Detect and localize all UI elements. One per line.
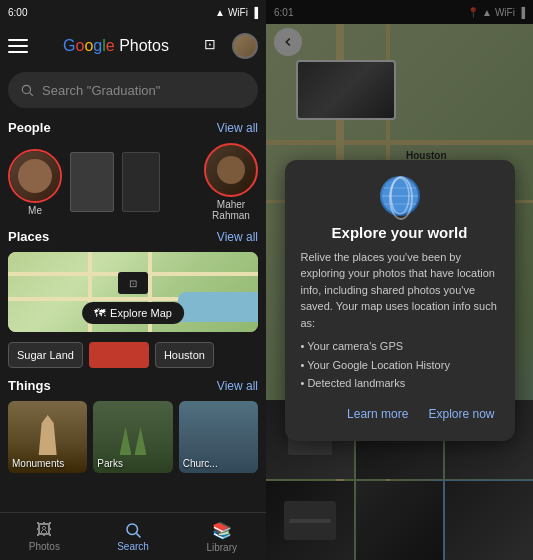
thing-parks[interactable]: Parks — [93, 401, 172, 473]
person-maher-avatar — [204, 143, 258, 197]
nav-library[interactable]: 📚 Library — [177, 513, 266, 560]
cast-icon[interactable]: ⊡ — [204, 36, 224, 56]
modal-title: Explore your world — [301, 224, 499, 241]
learn-more-button[interactable]: Learn more — [343, 403, 412, 425]
modal-list-item-2: • Your Google Location History — [301, 356, 499, 375]
chip-sugar-land[interactable]: Sugar Land — [8, 342, 83, 368]
chip-red[interactable] — [89, 342, 149, 368]
search-placeholder: Search "Graduation" — [42, 83, 160, 98]
svg-line-1 — [30, 93, 33, 96]
search-bar[interactable]: Search "Graduation" — [8, 72, 258, 108]
person-me[interactable]: Me — [8, 149, 62, 216]
people-row: Me Maher Rahman — [0, 139, 266, 225]
app-title: Google Photos — [28, 37, 204, 55]
svg-point-0 — [22, 85, 30, 93]
nav-search-label: Search — [117, 541, 149, 552]
explore-map-button[interactable]: 🗺 Explore Map — [82, 302, 184, 324]
search-icon — [20, 83, 34, 97]
map-button-icon: 🗺 — [94, 307, 105, 319]
bottom-nav: 🖼 Photos Search 📚 Library — [0, 512, 266, 560]
chip-houston[interactable]: Houston — [155, 342, 214, 368]
top-bar-icons: ⊡ — [204, 33, 258, 59]
globe-icon — [380, 176, 420, 216]
person-me-avatar — [8, 149, 62, 203]
people-title: People — [8, 120, 51, 135]
modal-body: Relive the places you've been by explori… — [301, 249, 499, 393]
location-chips: Sugar Land Houston — [0, 336, 266, 374]
svg-line-3 — [136, 533, 140, 537]
svg-point-2 — [127, 524, 138, 535]
map-water — [178, 292, 258, 322]
modal-list-item-3: • Detected landmarks — [301, 374, 499, 393]
nav-photos-label: Photos — [29, 541, 60, 552]
places-title: Places — [8, 229, 49, 244]
things-section-header: Things View all — [0, 374, 266, 397]
modal-overlay: Explore your world Relive the places you… — [266, 0, 533, 560]
map-pin: ⊡ — [118, 272, 148, 294]
person-maher[interactable]: Maher Rahman — [204, 143, 258, 221]
left-status-bar: 6:00 ▲ WiFi ▐ — [0, 0, 266, 24]
explore-world-modal: Explore your world Relive the places you… — [285, 160, 515, 441]
modal-list-item-1: • Your camera's GPS — [301, 337, 499, 356]
thing-churches[interactable]: Churc... — [179, 401, 258, 473]
thing-churches-label: Churc... — [183, 458, 218, 469]
monument-shape — [33, 415, 63, 455]
person-maher-name: Maher Rahman — [212, 199, 250, 221]
thing-monuments[interactable]: Monuments — [8, 401, 87, 473]
things-title: Things — [8, 378, 51, 393]
things-row: Monuments Parks Churc... — [0, 397, 266, 477]
modal-actions: Learn more Explore now — [301, 403, 499, 425]
left-panel: 6:00 ▲ WiFi ▐ Google Photos ⊡ Search "Gr… — [0, 0, 266, 560]
photo-placeholder-2 — [122, 152, 160, 212]
people-section-header: People View all — [0, 116, 266, 139]
signal-icon: ▲ — [215, 7, 225, 18]
thing-monuments-label: Monuments — [12, 458, 64, 469]
left-time: 6:00 — [8, 7, 27, 18]
top-bar: Google Photos ⊡ — [0, 24, 266, 68]
modal-globe-icon — [301, 176, 499, 216]
places-map[interactable]: ⊡ 🗺 Explore Map — [8, 252, 258, 332]
thing-parks-label: Parks — [97, 458, 123, 469]
wifi-icon: WiFi — [228, 7, 248, 18]
search-nav-icon — [124, 521, 142, 539]
nav-search[interactable]: Search — [89, 513, 178, 560]
park-trees — [119, 427, 146, 455]
left-status-icons: ▲ WiFi ▐ — [215, 7, 258, 18]
photo-placeholder-1 — [70, 152, 114, 212]
people-view-all[interactable]: View all — [217, 121, 258, 135]
explore-map-label: Explore Map — [110, 307, 172, 319]
modal-list: • Your camera's GPS • Your Google Locati… — [301, 337, 499, 393]
avatar[interactable] — [232, 33, 258, 59]
right-panel: 6:01 📍 ▲ WiFi ▐ Houston — [266, 0, 533, 560]
places-section-header: Places View all — [0, 225, 266, 248]
menu-icon[interactable] — [8, 39, 28, 53]
battery-icon: ▐ — [251, 7, 258, 18]
nav-library-label: Library — [206, 542, 237, 553]
explore-now-button[interactable]: Explore now — [424, 403, 498, 425]
photos-icon: 🖼 — [36, 521, 52, 539]
things-view-all[interactable]: View all — [217, 379, 258, 393]
places-view-all[interactable]: View all — [217, 230, 258, 244]
nav-photos[interactable]: 🖼 Photos — [0, 513, 89, 560]
svg-point-5 — [391, 178, 409, 214]
library-icon: 📚 — [212, 521, 232, 540]
person-me-name: Me — [28, 205, 42, 216]
